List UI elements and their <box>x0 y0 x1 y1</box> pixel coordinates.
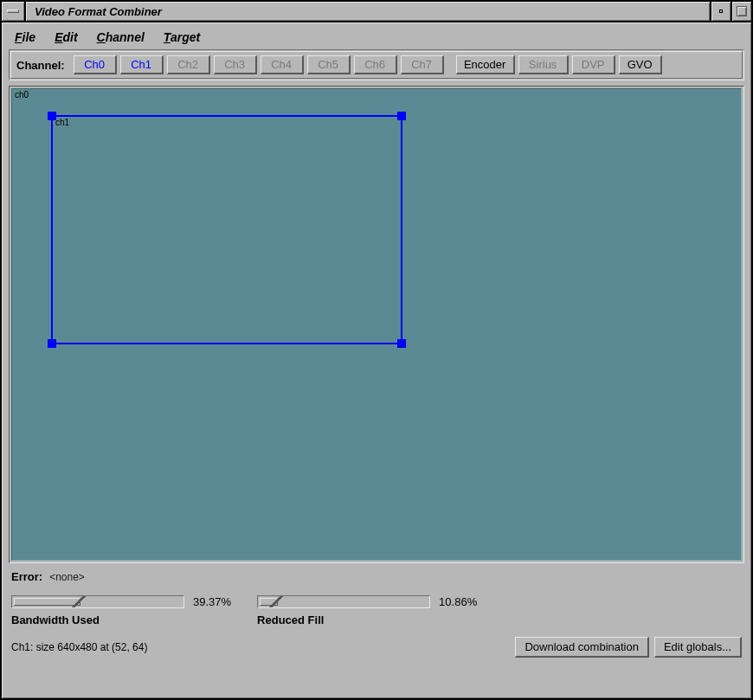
menubar: File Edit Channel Target <box>6 27 747 49</box>
ch0-label: ch0 <box>15 90 29 100</box>
reduced-slash-icon <box>268 596 284 607</box>
bandwidth-slash-icon <box>71 596 87 607</box>
reduced-label: Reduced Fill <box>257 613 430 626</box>
download-combination-button[interactable]: Download combination <box>515 637 649 658</box>
minimize-button[interactable] <box>710 2 730 21</box>
menu-target[interactable]: Target <box>164 30 200 44</box>
error-label: Error: <box>11 570 42 583</box>
bottom-row: Ch1: size 640x480 at (52, 64) Download c… <box>11 637 742 661</box>
titlebar: Video Format Combiner <box>2 2 751 22</box>
channel-button-ch5[interactable]: Ch5 <box>307 55 351 74</box>
dash-icon <box>7 10 19 13</box>
menu-channel[interactable]: Channel <box>97 30 145 44</box>
app-window: Video Format Combiner File Edit Channel … <box>0 0 753 700</box>
reduced-block: Reduced Fill 10.86% <box>257 595 477 626</box>
channel-button-ch4[interactable]: Ch4 <box>261 55 304 74</box>
maximize-button[interactable] <box>730 2 751 21</box>
encoder-button[interactable]: Encoder <box>456 55 515 74</box>
reduced-meter <box>257 595 430 608</box>
bandwidth-block: Bandwidth Used 39.37% <box>11 595 231 626</box>
error-value: <none> <box>49 571 85 583</box>
window-title: Video Format Combiner <box>26 2 710 21</box>
menu-file[interactable]: File <box>15 30 35 44</box>
bandwidth-meter <box>11 595 184 608</box>
dvp-button[interactable]: DVP <box>572 55 615 74</box>
canvas-frame: ch0 ch1 <box>9 86 744 563</box>
meters-row: Bandwidth Used 39.37% Reduced Fill 10.86… <box>11 595 742 626</box>
ch1-label: ch1 <box>55 118 69 127</box>
handle-sw[interactable] <box>48 339 56 348</box>
bandwidth-pct: 39.37% <box>193 595 231 608</box>
channel-button-ch0[interactable]: Ch0 <box>74 55 117 74</box>
handle-nw[interactable] <box>48 112 56 120</box>
gvo-button[interactable]: GVO <box>619 55 662 74</box>
sirius-button[interactable]: Sirius <box>518 55 569 74</box>
status-area: Error: <none> Bandwidth Used 39.37% <box>11 570 742 661</box>
ch1-rect[interactable]: ch1 <box>51 115 402 344</box>
channel-button-ch6[interactable]: Ch6 <box>354 55 397 74</box>
channel-button-ch7[interactable]: Ch7 <box>401 55 444 74</box>
menu-edit[interactable]: Edit <box>55 30 77 44</box>
maximize-icon <box>737 6 747 16</box>
handle-se[interactable] <box>397 339 406 348</box>
reduced-pct: 10.86% <box>439 595 477 608</box>
channel-toolbar: Channel: Ch0 Ch1 Ch2 Ch3 Ch4 Ch5 Ch6 Ch7… <box>10 51 743 79</box>
channel-label: Channel: <box>16 59 65 72</box>
bandwidth-label: Bandwidth Used <box>11 613 184 626</box>
action-buttons: Download combination Edit globals... <box>515 637 742 658</box>
edit-globals-button[interactable]: Edit globals... <box>654 637 742 658</box>
system-menu-button[interactable] <box>2 2 26 21</box>
channel-button-ch3[interactable]: Ch3 <box>214 55 257 74</box>
client-area: File Edit Channel Target Channel: Ch0 Ch… <box>2 22 751 698</box>
minimize-icon <box>719 10 723 13</box>
handle-ne[interactable] <box>397 112 406 120</box>
channel-button-ch2[interactable]: Ch2 <box>167 55 210 74</box>
canvas[interactable]: ch0 ch1 <box>11 88 742 561</box>
error-row: Error: <none> <box>11 570 742 583</box>
channel-button-ch1[interactable]: Ch1 <box>120 55 164 74</box>
toolbar-frame: Channel: Ch0 Ch1 Ch2 Ch3 Ch4 Ch5 Ch6 Ch7… <box>9 49 744 80</box>
status-info: Ch1: size 640x480 at (52, 64) <box>11 641 147 653</box>
